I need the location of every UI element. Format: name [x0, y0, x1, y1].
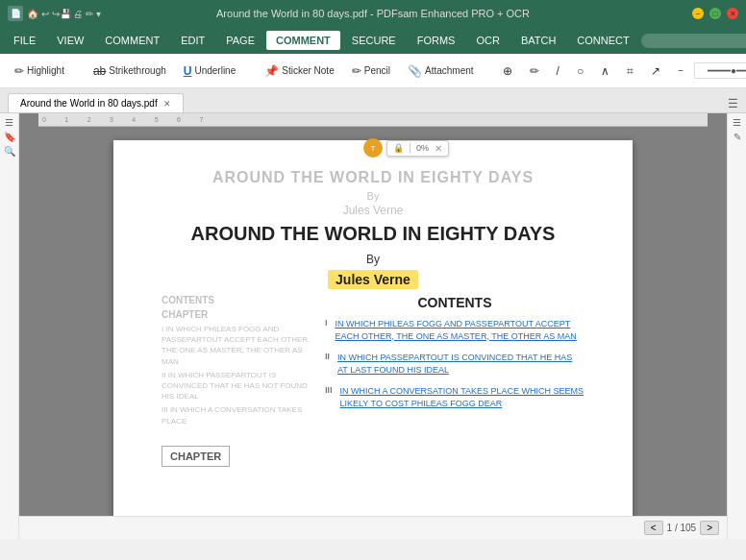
right-panel: ☰ ✎ [727, 113, 746, 539]
main-by-text: By [162, 253, 584, 266]
quick-access-icons: 🏠 ↩ ↪💾 🖨 ✏ ▾ [27, 9, 101, 19]
faded-chapter-iii: III IN WHICH A CONVERSATION TAKES PLACE [162, 404, 315, 426]
chapter-num-3: III [325, 385, 333, 413]
comment-bubble: 🔒 0% ✕ [386, 140, 449, 157]
minimize-button[interactable]: − [692, 8, 704, 19]
comment-popup: T 🔒 0% ✕ [363, 138, 449, 158]
window-title: Around the World in 80 days.pdf - PDFsam… [216, 8, 530, 19]
menu-bar: FILE VIEW COMMENT EDIT PAGE COMMENT SECU… [0, 27, 746, 54]
underline-tool[interactable]: U Underline [177, 61, 242, 82]
underline-icon: U [184, 64, 192, 78]
next-page-button[interactable]: > [700, 521, 719, 535]
menu-ocr[interactable]: OCR [466, 31, 509, 50]
comment-percentage: 0% [416, 143, 429, 153]
menu-comment-left[interactable]: COMMENT [95, 31, 169, 50]
right-column: CONTENTS I IN WHICH PHILEAS FOGG AND PAS… [325, 295, 584, 467]
ruler: 0 1 2 3 4 5 6 7 [38, 113, 708, 127]
chapter-entry-1: I IN WHICH PHILEAS FOGG AND PASSEPARTOUT… [325, 318, 584, 346]
stamp-icon: ⊕ [503, 64, 512, 78]
menu-file[interactable]: FILE [4, 31, 45, 50]
chapter-entry-3: III IN WHICH A CONVERSATION TAKES PLACE … [325, 385, 584, 413]
arrow-tool[interactable]: ↗ [644, 61, 667, 82]
panel-bookmark-icon[interactable]: 🔖 [4, 132, 15, 142]
highlighted-author: Jules Verne [328, 270, 418, 289]
comment-avatar: T [363, 138, 383, 158]
contents-heading: CONTENTS [325, 295, 584, 310]
shape-tool[interactable]: ○ [570, 61, 590, 82]
right-panel-toggle: ☰ [728, 97, 738, 112]
menu-edit[interactable]: EDIT [171, 31, 214, 50]
stamp-tool[interactable]: ⊕ [496, 61, 519, 82]
attachment-tool[interactable]: 📎 Attachment [401, 61, 481, 82]
comment-close-button[interactable]: ✕ [435, 143, 442, 154]
pencil-tool[interactable]: ✏ Pencil [345, 61, 397, 82]
pdf-viewer: 0 1 2 3 4 5 6 7 T 🔒 0% ✕ AROUND THE W [19, 113, 727, 539]
search-input[interactable] [641, 34, 746, 48]
area-icon: ⌗ [627, 64, 634, 78]
menu-comment-active[interactable]: COMMENT [266, 31, 340, 50]
zoom-slider: ━━━━●━━ [694, 62, 746, 79]
lock-icon: 🔒 [393, 143, 404, 153]
chapter-link-2[interactable]: IN WHICH PASSEPARTOUT IS CONVINCED THAT … [337, 352, 584, 376]
zoom-out-button[interactable]: − [671, 61, 690, 80]
line-icon: / [557, 64, 560, 78]
attachment-icon: 📎 [408, 64, 422, 78]
prev-page-button[interactable]: < [644, 521, 663, 535]
left-panel: ☰ 🔖 🔍 [0, 113, 19, 539]
close-button[interactable]: ✕ [727, 8, 738, 19]
window-controls: − □ ✕ [692, 8, 738, 19]
pdf-tab[interactable]: Around the World in 80 days.pdf ✕ [8, 93, 184, 112]
highlight-tool[interactable]: ✏ Highlight [8, 61, 71, 82]
draw-icon: ✏ [530, 64, 539, 78]
menu-connect[interactable]: CONNECT [567, 31, 638, 50]
pencil-icon: ✏ [352, 64, 361, 78]
area-tool[interactable]: ⌗ [620, 61, 640, 82]
sticker-note-icon: 📌 [264, 64, 279, 78]
sticker-note-tool[interactable]: 📌 Sticker Note [258, 61, 340, 82]
tab-bar: Around the World in 80 days.pdf ✕ ☰ [0, 88, 746, 113]
page-navigation: < 1 / 105 > [644, 521, 719, 535]
menu-view[interactable]: VIEW [47, 31, 93, 50]
highlight-icon: ✏ [14, 64, 24, 78]
menu-search-area: 🔍 ? ⚙ [641, 32, 746, 49]
bottom-nav-bar: < 1 / 105 > [19, 516, 727, 539]
main-area: ☰ 🔖 🔍 0 1 2 3 4 5 6 7 T 🔒 0% ✕ [0, 113, 746, 539]
chapter-box: CHAPTER [162, 446, 230, 467]
draw-tool[interactable]: ✏ [523, 61, 546, 82]
title-bar: 📄 🏠 ↩ ↪💾 🖨 ✏ ▾ Around the World in 80 da… [0, 0, 746, 27]
comment-toolbar: ✏ Highlight ab Strikethrough U Underline… [0, 54, 746, 88]
tab-filename: Around the World in 80 days.pdf [20, 98, 158, 109]
chapter-num-2: II [325, 352, 330, 379]
polygon-icon: ∧ [601, 64, 609, 78]
menu-forms[interactable]: FORMS [408, 31, 465, 50]
line-tool[interactable]: / [550, 61, 566, 82]
strikethrough-tool[interactable]: ab Strikethrough [87, 61, 173, 82]
polygon-tool[interactable]: ∧ [594, 61, 616, 82]
faded-contents-title: CONTENTS [162, 295, 315, 305]
tab-close-button[interactable]: ✕ [163, 99, 171, 109]
left-column-faded: CONTENTS CHAPTER I IN WHICH PHILEAS FOGG… [162, 295, 315, 467]
chapter-num-1: I [325, 318, 328, 346]
chapter-link-3[interactable]: IN WHICH A CONVERSATION TAKES PLACE WHIC… [340, 385, 584, 409]
strikethrough-icon: ab [93, 64, 106, 78]
menu-page[interactable]: PAGE [216, 31, 264, 50]
panel-search-icon[interactable]: 🔍 [4, 146, 15, 157]
chapter-entry-2: II IN WHICH PASSEPARTOUT IS CONVINCED TH… [325, 352, 584, 379]
menu-batch[interactable]: BATCH [511, 31, 565, 50]
faded-chapter-label: CHAPTER [162, 309, 315, 320]
title-bar-left: 📄 🏠 ↩ ↪💾 🖨 ✏ ▾ [8, 6, 101, 21]
page-info-display: 1 / 105 [667, 523, 697, 533]
panel-icon[interactable]: ☰ [728, 97, 738, 110]
menu-secure[interactable]: SECURE [342, 31, 406, 50]
main-book-title: AROUND THE WORLD IN EIGHTY DAYS [162, 223, 584, 245]
shape-icon: ○ [577, 64, 584, 78]
page-two-col: CONTENTS CHAPTER I IN WHICH PHILEAS FOGG… [162, 295, 584, 467]
faded-by-text: By [162, 190, 584, 202]
maximize-button[interactable]: □ [709, 8, 721, 19]
right-panel-icon-1[interactable]: ☰ [733, 117, 741, 128]
chapter-link-1[interactable]: IN WHICH PHILEAS FOGG AND PASSEPARTOUT A… [336, 318, 584, 342]
arrow-icon: ↗ [651, 64, 660, 78]
app-icon: 📄 [8, 6, 23, 21]
panel-nav-icon[interactable]: ☰ [5, 117, 13, 128]
right-panel-icon-2[interactable]: ✎ [734, 132, 741, 142]
